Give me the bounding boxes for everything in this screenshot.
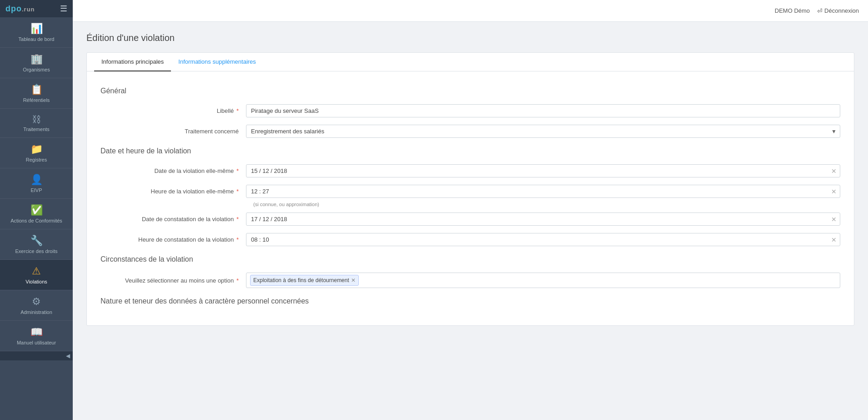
sidebar-item-label: Traitements [23,127,50,132]
select-traitement[interactable]: Enregistrement des salariés [246,125,840,138]
sidebar-item-manuel-utilisateur[interactable]: 📖 Manuel utilisateur [0,321,73,351]
required-star-date: * [236,167,239,174]
topbar: DEMO Démo ⏎ Déconnexion [73,0,868,22]
sidebar-item-actions-conformites[interactable]: ✅ Actions de Conformités [0,199,73,229]
sidebar: dpo.run ☰ 📊 Tableau de bord 🏢 Organismes… [0,0,73,420]
main-content: DEMO Démo ⏎ Déconnexion Édition d'une vi… [73,0,868,420]
label-traitement: Traitement concerné [100,128,246,135]
input-heure-violation[interactable] [246,185,840,198]
sidebar-item-label: Exercice des droits [15,248,58,254]
required-star-heure-constatation: * [236,236,239,243]
date-constatation-wrapper: ✕ [246,213,840,226]
referentiels-icon: 📋 [30,84,43,96]
collapse-arrow-icon: ◀ [66,353,70,359]
clear-heure-constatation-button[interactable]: ✕ [831,236,837,243]
form-card: Informations principales Informations su… [86,52,854,326]
tag-remove-button[interactable]: ✕ [351,277,356,283]
sidebar-item-label: Actions de Conformités [10,218,62,223]
tab-informations-supplementaires[interactable]: Informations supplémentaires [171,53,263,71]
required-star-date-constatation: * [236,216,239,223]
form-body: Général Libellé * Traitement concerné [87,71,854,325]
form-row-date-violation: Date de la violation elle-même * ✕ [100,164,840,177]
clear-heure-violation-button[interactable]: ✕ [831,188,837,195]
clear-date-violation-button[interactable]: ✕ [831,167,837,175]
input-date-violation[interactable] [246,164,840,177]
sidebar-item-label: Référentiels [23,97,50,103]
section-general-title: Général [100,87,840,95]
label-heure-constatation: Heure de constatation de la violation * [100,236,246,243]
page-content: Édition d'une violation Informations pri… [73,22,868,420]
logout-icon: ⏎ [817,7,823,15]
logo-text: dpo.run [5,4,35,14]
heure-constatation-wrapper: ✕ [246,233,840,246]
input-date-constatation[interactable] [246,213,840,226]
traitements-icon: ⛓ [32,114,41,125]
violations-icon: ⚠ [32,265,41,277]
sidebar-item-label: Administration [20,309,52,315]
tag-exploitation: Exploitation à des fins de détournement … [250,275,359,286]
section-nature-title: Nature et teneur des données à caractère… [100,297,840,305]
tab-informations-principales[interactable]: Informations principales [94,53,171,71]
section-circonstances-title: Circonstances de la violation [100,255,840,263]
sidebar-item-eivp[interactable]: 👤 EIVP [0,168,73,199]
sidebar-item-traitements[interactable]: ⛓ Traitements [0,109,73,138]
sidebar-item-administration[interactable]: ⚙ Administration [0,290,73,321]
sidebar-item-label: Manuel utilisateur [17,340,56,345]
form-row-heure-constatation: Heure de constatation de la violation * … [100,233,840,246]
sidebar-item-label: Organismes [23,67,50,72]
exercice-icon: 🔧 [30,235,43,247]
sidebar-item-label: Registres [26,157,47,162]
circonstances-tag-input[interactable]: Exploitation à des fins de détournement … [246,273,840,288]
form-row-heure-violation: Heure de la violation elle-même * ✕ [100,185,840,198]
sidebar-item-label: EIVP [30,187,42,193]
sidebar-item-referentiels[interactable]: 📋 Référentiels [0,78,73,109]
actions-icon: ✅ [30,204,43,216]
manuel-icon: 📖 [30,326,43,338]
form-row-date-constatation: Date de constatation de la violation * ✕ [100,213,840,226]
registres-icon: 📁 [30,143,43,155]
tag-label: Exploitation à des fins de détournement [253,277,349,283]
heure-violation-wrapper: ✕ [246,185,840,198]
label-libelle: Libellé * [100,107,246,114]
sidebar-item-tableau-de-bord[interactable]: 📊 Tableau de bord [0,17,73,48]
dashboard-icon: 📊 [30,23,43,35]
sidebar-item-exercice-droits[interactable]: 🔧 Exercice des droits [0,229,73,260]
label-circonstances: Veuillez sélectionner au moins une optio… [100,277,246,284]
clear-date-constatation-button[interactable]: ✕ [831,216,837,223]
sidebar-collapse-button[interactable]: ◀ [0,351,73,360]
heure-hint: (si connue, ou approximation) [253,202,840,207]
traitement-select-wrapper: Enregistrement des salariés ▼ [246,125,840,138]
page-title: Édition d'une violation [86,33,854,43]
form-tabs: Informations principales Informations su… [87,53,854,71]
hamburger-icon[interactable]: ☰ [60,4,67,14]
date-violation-wrapper: ✕ [246,164,840,177]
form-row-libelle: Libellé * [100,104,840,117]
sidebar-item-label: Violations [25,279,47,284]
logout-button[interactable]: ⏎ Déconnexion [817,7,859,15]
sidebar-item-organismes[interactable]: 🏢 Organismes [0,48,73,78]
topbar-user: DEMO Démo [775,7,810,14]
sidebar-item-registres[interactable]: 📁 Registres [0,138,73,168]
label-date-constatation: Date de constatation de la violation * [100,216,246,223]
organismes-icon: 🏢 [30,53,43,65]
form-row-traitement: Traitement concerné Enregistrement des s… [100,125,840,138]
logout-label: Déconnexion [824,7,859,14]
sidebar-item-label: Tableau de bord [19,36,55,42]
eivp-icon: 👤 [30,174,43,186]
input-heure-constatation[interactable] [246,233,840,246]
required-star-circonstances: * [236,277,239,284]
form-row-circonstances: Veuillez sélectionner au moins une optio… [100,273,840,288]
sidebar-item-violations[interactable]: ⚠ Violations [0,260,73,290]
section-date-heure-title: Date et heure de la violation [100,147,840,155]
required-star-heure: * [236,188,239,195]
label-date-violation: Date de la violation elle-même * [100,167,246,174]
required-star: * [236,107,239,114]
input-libelle[interactable] [246,104,840,117]
label-heure-violation: Heure de la violation elle-même * [100,188,246,195]
administration-icon: ⚙ [32,296,41,308]
sidebar-logo: dpo.run ☰ [0,0,73,17]
